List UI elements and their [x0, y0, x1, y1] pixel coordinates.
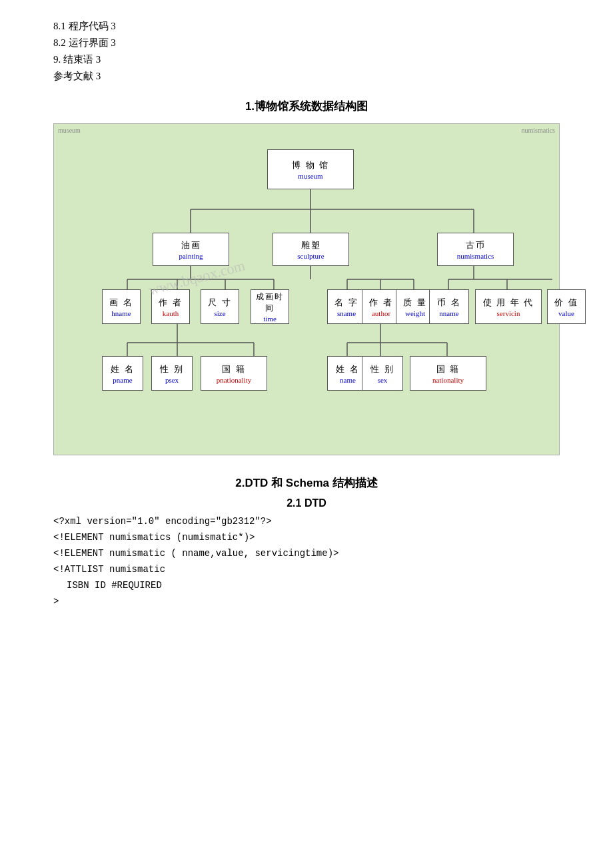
corner-tr: numismatics: [521, 127, 555, 134]
time-box: 成画时 间 time: [251, 289, 289, 324]
painting-en: painting: [179, 252, 203, 260]
nationality-box: 国 籍 nationality: [410, 356, 486, 391]
psex-en: psex: [165, 376, 179, 384]
sname-box: 名 字 sname: [327, 289, 366, 324]
toc-item-1: 8.1 程序代码 3: [53, 20, 560, 33]
kauth-cn: 作 者: [159, 297, 182, 309]
nationality-cn: 国 籍: [436, 363, 460, 375]
section2-title: 2.DTD 和 Schema 结构描述: [53, 475, 560, 491]
nationality-en: nationality: [432, 376, 464, 384]
toc-item-3: 9. 结束语 3: [53, 53, 560, 66]
hname-en: hname: [111, 309, 131, 317]
museum-en: museum: [298, 172, 322, 180]
code-line-2: <!ELEMENT numismatics (numismatic*)>: [53, 532, 560, 543]
sname-en: sname: [337, 309, 356, 317]
value-cn: 价 值: [554, 297, 578, 309]
servicin-cn: 使 用 年 代: [483, 297, 534, 309]
diagram-inner: 博 物 馆 museum 油画 painting 雕塑 sculpture 古币…: [61, 136, 552, 443]
museum-cn: 博 物 馆: [292, 159, 329, 171]
corner-tl: museum: [58, 127, 81, 134]
sex-box: 性 别 sex: [362, 356, 403, 391]
section2: 2.DTD 和 Schema 结构描述 2.1 DTD <?xml versio…: [53, 475, 560, 607]
painting-cn: 油画: [181, 239, 201, 251]
size-cn: 尺 寸: [208, 297, 231, 309]
weight-en: weight: [405, 309, 425, 317]
servicin-en: servicin: [497, 309, 520, 317]
nname-en: nname: [439, 309, 458, 317]
pnationality-cn: 国 籍: [222, 363, 245, 375]
time-en: time: [263, 315, 277, 323]
psex-box: 性 别 psex: [151, 356, 193, 391]
code-line-1: <?xml version="1.0" encoding="gb2312"?>: [53, 516, 560, 527]
hname-box: 画 名 hname: [102, 289, 141, 324]
toc-item-2: 8.2 运行界面 3: [53, 37, 560, 49]
time-cn: 成画时 间: [256, 291, 284, 314]
hname-cn: 画 名: [109, 297, 133, 309]
author-en: author: [372, 309, 390, 317]
nname-box: 币 名 nname: [429, 289, 469, 324]
diagram-wrapper: museum numismatics: [53, 123, 560, 455]
sculpture-en: sculpture: [297, 252, 324, 260]
pname-box: 姓 名 pname: [102, 356, 143, 391]
sex-cn: 性 别: [370, 363, 394, 375]
sname-cn: 名 字: [334, 297, 358, 309]
code-line-5: ISBN ID #REQUIRED: [53, 580, 560, 591]
weight-cn: 质 量: [403, 297, 426, 309]
servicin-box: 使 用 年 代 servicin: [475, 289, 542, 324]
value-en: value: [558, 309, 574, 317]
toc: 8.1 程序代码 3 8.2 运行界面 3 9. 结束语 3 参考文献 3: [53, 20, 560, 83]
psex-cn: 性 别: [160, 363, 183, 375]
pnationality-box: 国 籍 pnationality: [201, 356, 267, 391]
code-line-3: <!ELEMENT numismatic ( nname,value, serv…: [53, 548, 560, 559]
section1-title: 1.博物馆系统数据结构图: [53, 99, 560, 114]
size-en: size: [214, 309, 225, 317]
numismatics-box: 古币 numismatics: [437, 233, 514, 266]
name-en: name: [340, 376, 356, 384]
section2-sub-title: 2.1 DTD: [53, 497, 560, 509]
numismatics-cn: 古币: [466, 239, 486, 251]
code-line-4: <!ATTLIST numismatic: [53, 564, 560, 575]
sculpture-cn: 雕塑: [301, 239, 321, 251]
nname-cn: 币 名: [437, 297, 460, 309]
pname-cn: 姓 名: [111, 363, 134, 375]
sex-en: sex: [378, 376, 388, 384]
painting-box: 油画 painting: [153, 233, 229, 266]
author-box: 作 者 author: [362, 289, 400, 324]
pname-en: pname: [113, 376, 132, 384]
toc-item-4: 参考文献 3: [53, 70, 560, 83]
size-box: 尺 寸 size: [201, 289, 239, 324]
code-line-6: >: [53, 596, 560, 607]
pnationality-en: pnationality: [217, 376, 252, 384]
kauth-box: 作 者 kauth: [151, 289, 190, 324]
numismatics-en: numismatics: [457, 252, 494, 260]
sculpture-box: 雕塑 sculpture: [273, 233, 349, 266]
value-box: 价 值 value: [547, 289, 586, 324]
kauth-en: kauth: [163, 309, 179, 317]
museum-box: 博 物 馆 museum: [267, 149, 354, 189]
name-cn: 姓 名: [336, 363, 359, 375]
author-cn: 作 者: [369, 297, 392, 309]
